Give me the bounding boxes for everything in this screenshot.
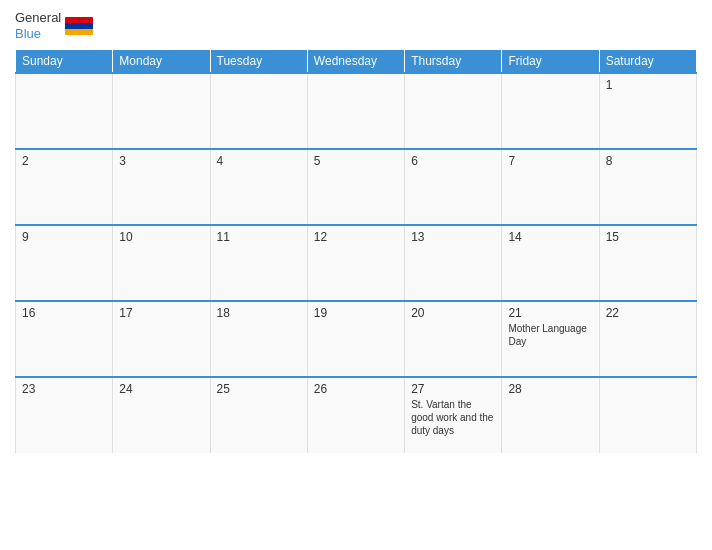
calendar-table: SundayMondayTuesdayWednesdayThursdayFrid… bbox=[15, 49, 697, 453]
calendar-cell: 23 bbox=[16, 377, 113, 453]
day-number: 2 bbox=[22, 154, 106, 168]
calendar-cell: 9 bbox=[16, 225, 113, 301]
day-number: 1 bbox=[606, 78, 690, 92]
calendar-cell: 8 bbox=[599, 149, 696, 225]
day-number: 23 bbox=[22, 382, 106, 396]
day-number: 26 bbox=[314, 382, 398, 396]
calendar-cell bbox=[16, 73, 113, 149]
day-number: 20 bbox=[411, 306, 495, 320]
calendar-cell: 21Mother Language Day bbox=[502, 301, 599, 377]
day-number: 5 bbox=[314, 154, 398, 168]
calendar-cell: 7 bbox=[502, 149, 599, 225]
day-number: 25 bbox=[217, 382, 301, 396]
calendar-cell: 10 bbox=[113, 225, 210, 301]
day-header-tuesday: Tuesday bbox=[210, 50, 307, 74]
day-number: 4 bbox=[217, 154, 301, 168]
calendar-cell: 3 bbox=[113, 149, 210, 225]
day-header-sunday: Sunday bbox=[16, 50, 113, 74]
calendar-cell bbox=[210, 73, 307, 149]
day-number: 3 bbox=[119, 154, 203, 168]
calendar-week-2: 2345678 bbox=[16, 149, 697, 225]
calendar-week-4: 161718192021Mother Language Day22 bbox=[16, 301, 697, 377]
day-event: St. Vartan the good work and the duty da… bbox=[411, 398, 495, 437]
calendar-cell: 14 bbox=[502, 225, 599, 301]
calendar-week-3: 9101112131415 bbox=[16, 225, 697, 301]
calendar-cell: 17 bbox=[113, 301, 210, 377]
day-header-friday: Friday bbox=[502, 50, 599, 74]
day-number: 18 bbox=[217, 306, 301, 320]
day-header-thursday: Thursday bbox=[405, 50, 502, 74]
calendar-cell: 19 bbox=[307, 301, 404, 377]
day-number: 14 bbox=[508, 230, 592, 244]
day-number: 10 bbox=[119, 230, 203, 244]
calendar-cell bbox=[113, 73, 210, 149]
day-number: 13 bbox=[411, 230, 495, 244]
day-header-saturday: Saturday bbox=[599, 50, 696, 74]
day-number: 7 bbox=[508, 154, 592, 168]
calendar-cell bbox=[599, 377, 696, 453]
day-number: 24 bbox=[119, 382, 203, 396]
calendar-header-row: SundayMondayTuesdayWednesdayThursdayFrid… bbox=[16, 50, 697, 74]
calendar-cell: 24 bbox=[113, 377, 210, 453]
calendar-cell: 13 bbox=[405, 225, 502, 301]
calendar-cell bbox=[405, 73, 502, 149]
day-header-wednesday: Wednesday bbox=[307, 50, 404, 74]
day-number: 11 bbox=[217, 230, 301, 244]
logo-general: General bbox=[15, 10, 61, 25]
day-event: Mother Language Day bbox=[508, 322, 592, 348]
calendar-cell: 15 bbox=[599, 225, 696, 301]
logo-flag bbox=[65, 17, 93, 35]
calendar-page: General Blue SundayMondayTuesdayWednesda… bbox=[0, 0, 712, 550]
calendar-cell: 18 bbox=[210, 301, 307, 377]
calendar-week-1: 1 bbox=[16, 73, 697, 149]
day-header-monday: Monday bbox=[113, 50, 210, 74]
day-number: 27 bbox=[411, 382, 495, 396]
calendar-cell: 4 bbox=[210, 149, 307, 225]
day-number: 12 bbox=[314, 230, 398, 244]
calendar-cell: 6 bbox=[405, 149, 502, 225]
day-number: 15 bbox=[606, 230, 690, 244]
calendar-body: 123456789101112131415161718192021Mother … bbox=[16, 73, 697, 453]
day-number: 8 bbox=[606, 154, 690, 168]
logo: General Blue bbox=[15, 10, 93, 41]
calendar-header: General Blue bbox=[15, 10, 697, 41]
calendar-cell: 2 bbox=[16, 149, 113, 225]
day-number: 6 bbox=[411, 154, 495, 168]
flag-stripe-orange bbox=[65, 29, 93, 35]
calendar-cell: 25 bbox=[210, 377, 307, 453]
calendar-week-5: 2324252627St. Vartan the good work and t… bbox=[16, 377, 697, 453]
calendar-cell: 16 bbox=[16, 301, 113, 377]
calendar-cell bbox=[307, 73, 404, 149]
calendar-cell: 22 bbox=[599, 301, 696, 377]
calendar-cell: 26 bbox=[307, 377, 404, 453]
calendar-cell: 1 bbox=[599, 73, 696, 149]
day-number: 9 bbox=[22, 230, 106, 244]
calendar-cell: 5 bbox=[307, 149, 404, 225]
logo-text: General Blue bbox=[15, 10, 61, 41]
day-number: 16 bbox=[22, 306, 106, 320]
calendar-cell: 20 bbox=[405, 301, 502, 377]
calendar-cell: 12 bbox=[307, 225, 404, 301]
day-number: 21 bbox=[508, 306, 592, 320]
calendar-cell: 11 bbox=[210, 225, 307, 301]
day-number: 17 bbox=[119, 306, 203, 320]
day-number: 19 bbox=[314, 306, 398, 320]
day-number: 28 bbox=[508, 382, 592, 396]
calendar-cell: 28 bbox=[502, 377, 599, 453]
logo-blue: Blue bbox=[15, 26, 41, 41]
calendar-cell bbox=[502, 73, 599, 149]
day-number: 22 bbox=[606, 306, 690, 320]
calendar-cell: 27St. Vartan the good work and the duty … bbox=[405, 377, 502, 453]
